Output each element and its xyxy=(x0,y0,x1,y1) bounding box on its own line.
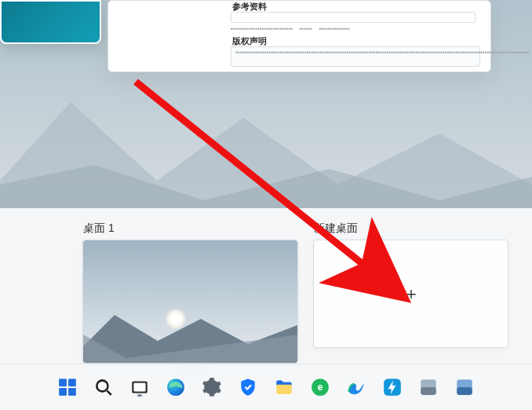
new-desktop-button[interactable]: ＋ xyxy=(313,240,508,348)
plus-icon: ＋ xyxy=(403,285,420,302)
search-button[interactable] xyxy=(91,375,116,400)
new-desktop-label: 新建桌面 xyxy=(314,221,358,236)
open-window-document[interactable]: 参考资料 ▪▪▪▪▪▪▪▪▪▪▪▪▪▪▪▪▪▪▪▪▪▪▪▪▪▪▪▪ ▪▪▪▪▪▪… xyxy=(107,0,491,72)
doc-body-text: ▪▪▪▪▪▪▪▪▪▪▪▪▪▪▪▪▪▪▪▪▪▪▪▪▪▪▪▪ ▪▪▪▪▪▪ ▪▪▪▪… xyxy=(231,24,482,33)
task-view-screen: 参考资料 ▪▪▪▪▪▪▪▪▪▪▪▪▪▪▪▪▪▪▪▪▪▪▪▪▪▪▪▪ ▪▪▪▪▪▪… xyxy=(0,0,532,410)
doc-section-heading-2: 版权声明 xyxy=(232,35,267,47)
svg-rect-6 xyxy=(59,388,67,396)
start-button[interactable] xyxy=(55,375,80,400)
settings-button[interactable] xyxy=(199,375,224,400)
taskbar-active-indicator xyxy=(137,394,142,397)
thunder-button[interactable] xyxy=(380,375,405,400)
svg-rect-17 xyxy=(421,387,436,395)
security-center-button[interactable] xyxy=(235,375,261,400)
edge-browser-button[interactable] xyxy=(163,375,188,400)
taskbar: e xyxy=(0,364,532,410)
svg-point-8 xyxy=(97,380,107,391)
wemeet-button[interactable] xyxy=(344,375,369,400)
svg-rect-4 xyxy=(59,379,67,386)
svg-text:e: e xyxy=(318,382,323,393)
svg-line-9 xyxy=(107,390,111,394)
file-explorer-button[interactable] xyxy=(271,375,297,400)
svg-rect-11 xyxy=(133,383,145,392)
svg-rect-5 xyxy=(68,379,76,386)
svg-rect-19 xyxy=(457,387,472,395)
pinned-app-a[interactable] xyxy=(416,375,441,400)
svg-rect-7 xyxy=(68,388,76,396)
virtual-desktop-strip: 桌面 1 xyxy=(0,208,532,364)
svg-point-2 xyxy=(170,313,181,324)
browser-360-button[interactable]: e xyxy=(308,375,333,400)
desktop-1-label: 桌面 1 xyxy=(83,221,115,236)
doc-section-heading: 参考资料 xyxy=(232,1,267,13)
desktop-1-thumbnail[interactable] xyxy=(82,240,298,364)
open-window-thumbnail[interactable] xyxy=(0,0,101,44)
doc-body-text-2: ▪▪▪▪▪▪▪▪▪▪▪▪▪▪▪▪▪▪▪▪▪▪▪▪▪▪▪▪▪▪▪▪▪▪▪▪▪▪▪▪… xyxy=(235,48,474,57)
pinned-app-b[interactable] xyxy=(452,375,477,400)
